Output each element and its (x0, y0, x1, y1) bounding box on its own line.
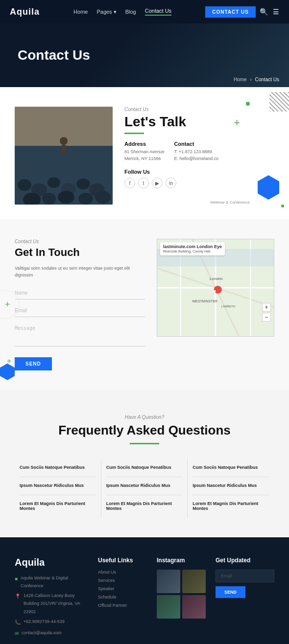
map-zoom-out[interactable]: − (262, 313, 271, 322)
faq-item-2-1[interactable]: Ipsum Nascetur Ridiculus Mus (193, 477, 269, 495)
svg-point-13 (95, 191, 111, 204)
footer-instagram-title: Instagram (157, 557, 206, 564)
svg-point-12 (78, 193, 93, 205)
breadcrumb-home[interactable]: Home (234, 77, 247, 82)
nav-logo[interactable]: Aquila (10, 7, 40, 17)
lets-talk-img-inner (15, 107, 113, 205)
svg-point-10 (42, 193, 56, 205)
footer-link-speaker[interactable]: Speaker (98, 586, 147, 591)
faq-item-0-0[interactable]: Cum Sociis Natoque Penatibus (20, 459, 96, 477)
faq-have-question: Have A Question? (15, 414, 274, 420)
social-icons: f t ▶ in (124, 178, 274, 188)
footer-get-updated: Get Updated SEND (216, 557, 274, 640)
faq-item-2-0[interactable]: Cum Sociis Natoque Penatibus (193, 459, 269, 477)
facebook-icon[interactable]: f (124, 178, 135, 188)
footer-link-partner[interactable]: Official Partner (98, 603, 147, 608)
svg-point-11 (58, 191, 74, 204)
footer-link-schedule[interactable]: Schedule (98, 595, 147, 599)
deco-hex-left (0, 364, 15, 380)
youtube-icon[interactable]: ▶ (152, 178, 163, 188)
deco-plus-left: + (5, 299, 10, 310)
breadcrumb-separator: › (250, 77, 253, 82)
lets-talk-illustration (15, 107, 113, 205)
faq-item-0-1[interactable]: Ipsum Nascetur Ridiculus Mus (20, 477, 96, 495)
address-line1: 81 Sherman Avenue (124, 149, 164, 156)
deco-plus-bottom: + (7, 357, 11, 366)
faq-col-1: Cum Sociis Natoque Penatibus Ipsum Nasce… (101, 459, 188, 518)
faq-header: Have A Question? Frequently Asked Questi… (15, 414, 274, 444)
breadcrumb-current: Contact Us (255, 77, 279, 82)
get-in-touch-inner: Contact Us Get In Touch Valitigai soim s… (15, 239, 274, 370)
faq-item-1-0[interactable]: Cum Sociis Natoque Penatibus (106, 459, 183, 477)
name-input[interactable] (15, 287, 145, 299)
faq-title: Frequently Asked Questions (15, 423, 274, 438)
get-in-touch-form: Contact Us Get In Touch Valitigai soim s… (15, 239, 145, 370)
nav-link-contact[interactable]: Contact Us (145, 8, 171, 16)
map[interactable]: London WESTMINSTER LAMBETH ● lastminute.… (157, 239, 274, 337)
deco-dot-1 (246, 102, 250, 106)
follow-heading: Follow Us (124, 169, 274, 175)
nav-links: Home Pages ▾ Blog Contact Us (73, 8, 171, 16)
footer-brand-info: ■ Aquila Webinar & Digital Conference 📍 … (15, 574, 88, 638)
contact-heading: Contact (174, 141, 218, 147)
svg-text:London: London (210, 276, 223, 281)
info-grid: Address 81 Sherman Avenue Merrick, NY 11… (124, 141, 274, 162)
footer-email: contact@aquila.xom (22, 629, 62, 637)
svg-point-14 (60, 137, 68, 145)
email-input[interactable] (15, 304, 145, 317)
twitter-icon[interactable]: t (138, 178, 149, 188)
address-line2: Merrick, NY 11566 (124, 156, 164, 162)
git-desc: Valitigai soim sodales ut eu sem integer… (15, 265, 145, 279)
map-inner: London WESTMINSTER LAMBETH ● lastminute.… (157, 239, 274, 336)
search-icon[interactable]: 🔍 (260, 8, 268, 16)
footer-grid: Aquila ■ Aquila Webinar & Digital Confer… (15, 557, 274, 640)
map-title: lastminute.com London Eye (163, 244, 222, 249)
instagram-grid (157, 570, 206, 619)
footer-updated-title: Get Updated (216, 557, 274, 564)
footer-info-1: 📍 1428 Callison Laney Buoy Building 201/… (15, 592, 88, 616)
map-container: London WESTMINSTER LAMBETH ● lastminute.… (157, 239, 274, 370)
faq-grid: Cum Sociis Natoque Penatibus Ipsum Nasce… (15, 459, 274, 518)
svg-text:WESTMINSTER: WESTMINSTER (192, 299, 217, 303)
contact-email: E: hello@homeland.co (174, 156, 218, 162)
footer-brand-name: Aquila (15, 557, 88, 568)
svg-rect-15 (62, 145, 66, 154)
svg-text:●: ● (213, 288, 216, 294)
svg-point-5 (48, 177, 60, 188)
footer-send-button[interactable]: SEND (216, 586, 245, 598)
footer-links-title: Useful Links (98, 557, 147, 564)
faq-item-0-2[interactable]: Lorem Et Magnis Dis Parturient Montes (20, 495, 96, 518)
footer-conference: Aquila Webinar & Digital Conference (21, 574, 88, 590)
faq-item-1-2[interactable]: Lorem Et Magnis Dis Parturient Montes (106, 495, 183, 518)
footer-link-services[interactable]: Services (98, 578, 147, 583)
footer-instagram: Instagram (157, 557, 206, 640)
insta-thumb-1[interactable] (157, 570, 180, 593)
linkedin-icon[interactable]: in (166, 178, 176, 188)
deco-stripes (269, 92, 289, 112)
nav-link-home[interactable]: Home (73, 9, 88, 15)
footer: Aquila ■ Aquila Webinar & Digital Confer… (0, 537, 289, 644)
get-in-touch-section: + Contact Us Get In Touch Valitigai soim… (0, 219, 289, 390)
insta-thumb-4[interactable] (182, 595, 206, 619)
hero-content: Contact Us (18, 47, 271, 63)
contact-col: Contact T: +1.872.123.8889 E: hello@home… (174, 141, 218, 162)
location-icon: 📍 (15, 592, 21, 601)
insta-thumb-2[interactable] (182, 570, 206, 593)
nav-link-blog[interactable]: Blog (125, 9, 136, 15)
footer-link-about[interactable]: About Us (98, 570, 147, 575)
faq-section: Have A Question? Frequently Asked Questi… (0, 390, 289, 537)
email-icon: ✉ (15, 629, 19, 638)
menu-icon[interactable]: ☰ (273, 8, 279, 16)
insta-thumb-3[interactable] (157, 595, 180, 619)
map-zoom-in[interactable]: + (262, 303, 271, 312)
map-controls: + − (262, 303, 271, 322)
footer-info-2: 📞 +62.9082739-44-539 (15, 618, 88, 627)
message-input[interactable] (15, 322, 145, 346)
footer-email-input[interactable] (216, 570, 274, 582)
nav-cta-button[interactable]: CONTACT US (205, 6, 256, 18)
faq-item-1-1[interactable]: Ipsum Nascetur Ridiculus Mus (106, 477, 183, 495)
nav-link-pages[interactable]: Pages ▾ (96, 9, 116, 15)
footer-info-3: ✉ contact@aquila.xom (15, 629, 88, 638)
send-button[interactable]: SEND (15, 357, 52, 370)
faq-item-2-2[interactable]: Lorem Et Magnis Dis Parturient Montes (193, 495, 269, 518)
